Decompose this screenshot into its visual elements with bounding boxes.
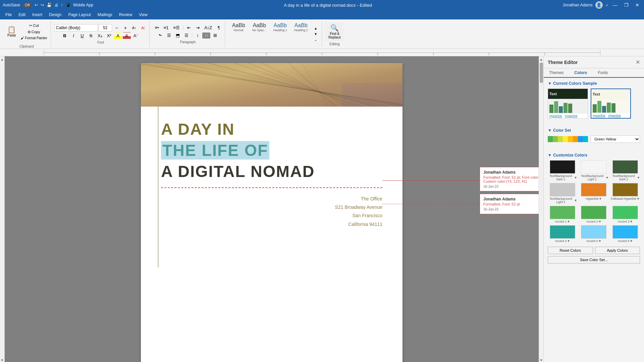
sort-btn[interactable]: A↕Z <box>202 24 214 31</box>
dropdown-10[interactable]: ▼ <box>567 239 570 243</box>
style-no-spacing[interactable]: AaBb No Spac... <box>249 21 269 34</box>
italic-button[interactable]: I <box>69 32 77 39</box>
color-cell-hyperlink[interactable]: Hyperlink ▼ <box>579 183 609 204</box>
styles-scroll-down[interactable]: ▼ <box>312 31 320 37</box>
font-size-input[interactable] <box>99 24 112 32</box>
left-scrollbar[interactable]: ▲ ▼ <box>0 56 5 362</box>
color-cell-accent5[interactable]: Accent 5 ▼ <box>579 225 609 243</box>
scroll-up-right[interactable]: ▲ <box>540 58 543 61</box>
style-normal[interactable]: AaBb Normal <box>228 21 249 34</box>
find-replace-button[interactable]: 🔍 Find &Replace <box>325 22 344 41</box>
menu-design[interactable]: Design <box>46 11 64 18</box>
theme-editor-close[interactable]: ✕ <box>636 59 640 65</box>
tab-themes[interactable]: Themes <box>544 68 569 77</box>
redo-icon[interactable]: ↪ <box>41 3 44 7</box>
doc-area[interactable]: A DAY IN THE LIFE OF A DIGITAL NOMAD The… <box>5 56 539 362</box>
dropdown-5[interactable]: ▼ <box>599 197 602 200</box>
scroll-up-left[interactable]: ▲ <box>1 58 4 61</box>
mobile-app-label[interactable]: Mobile App <box>73 3 93 7</box>
style-heading2[interactable]: AaBb Heading 2 <box>291 21 311 34</box>
close-btn[interactable]: ✕ <box>633 2 641 8</box>
format-painter-button[interactable]: 🖌 Format Painter <box>19 36 49 41</box>
tab-colors[interactable]: Colors <box>569 68 592 78</box>
shading-btn[interactable]: □ <box>202 33 210 39</box>
dropdown-3[interactable]: ▼ <box>637 176 640 179</box>
multilevel-btn[interactable]: ≡☰ <box>171 24 182 31</box>
autosave-toggle[interactable]: Off <box>23 3 32 7</box>
scroll-down-right[interactable]: ▼ <box>540 358 543 362</box>
color-cell-accent3[interactable]: Accent 3 ▼ <box>610 206 640 223</box>
char-format-btn[interactable]: A⁻ <box>131 32 141 39</box>
justify-btn[interactable]: ☰ <box>182 32 191 39</box>
dropdown-7[interactable]: ▼ <box>567 220 570 223</box>
style-heading1[interactable]: AaBb Heading 1 <box>270 21 290 34</box>
menu-review[interactable]: Review <box>116 11 135 18</box>
dropdown-4[interactable]: ▼ <box>574 199 577 202</box>
restore-btn[interactable]: ❐ <box>622 2 631 8</box>
bold-button[interactable]: B <box>61 32 69 39</box>
color-sample-light[interactable]: Text Hyperlink · Hyperlink <box>591 88 631 119</box>
font-family-input[interactable] <box>54 24 98 32</box>
numbering-btn[interactable]: ≡1 <box>162 24 171 31</box>
dropdown-6[interactable]: ▼ <box>637 197 640 200</box>
align-right-btn[interactable]: ⬒ <box>174 32 182 39</box>
dropdown-8[interactable]: ▼ <box>598 220 601 223</box>
color-cell-accent2[interactable]: Accent 2 ▼ <box>579 206 609 223</box>
share-icon[interactable]: ↑ <box>61 3 63 7</box>
styles-expand[interactable]: ⌄ <box>312 37 320 43</box>
color-cell-followed-hyperlink[interactable]: Followed Hyperlink ▼ <box>610 183 640 204</box>
color-cell-text-bg-dark2[interactable]: Text/Background Dark 2 ▼ <box>610 160 640 181</box>
save-color-set-button[interactable]: Save Color Set... <box>548 256 640 263</box>
dropdown-1[interactable]: ▼ <box>574 176 577 179</box>
subscript-button[interactable]: X₂ <box>96 32 104 39</box>
increase-indent-btn[interactable]: ⇥ <box>194 24 202 31</box>
decrease-indent-btn[interactable]: ⇤ <box>185 24 193 31</box>
color-cell-accent6[interactable]: Accent 6 ▼ <box>610 225 640 243</box>
color-cell-text-bg-light1[interactable]: Text/Background Light 1 ▼ <box>579 160 609 181</box>
color-set-dropdown[interactable]: Green Yellow <box>591 135 640 143</box>
styles-scroll-up[interactable]: ▲ <box>312 25 320 31</box>
menu-view[interactable]: View <box>136 11 150 18</box>
tab-fonts[interactable]: Fonts <box>592 68 613 77</box>
superscript-button[interactable]: X² <box>105 32 113 39</box>
copy-button[interactable]: ⧉ Copy <box>19 29 49 35</box>
minimize-btn[interactable]: — <box>611 2 620 8</box>
color-cell-accent1[interactable]: Accent 1 ▼ <box>548 206 577 223</box>
undo-icon[interactable]: ↩ <box>35 3 38 7</box>
comment-1[interactable]: Jonathan Adams Formatted: Font: 52 pt; F… <box>480 167 539 191</box>
line-spacing-btn[interactable]: ↕ <box>194 32 202 39</box>
menu-insert[interactable]: Insert <box>30 11 45 18</box>
bullets-btn[interactable]: ≡• <box>153 24 161 31</box>
color-cell-text-bg-light2[interactable]: Text/Background Light 2 ▼ <box>548 183 577 204</box>
font-size-increase-btn[interactable]: A↑ <box>130 25 139 31</box>
expand-icon[interactable]: ⤢ <box>605 3 608 7</box>
dropdown-2[interactable]: ▼ <box>605 176 608 179</box>
pilcrow-btn[interactable]: ¶ <box>215 24 223 31</box>
cut-button[interactable]: ✂ Cut <box>19 23 49 28</box>
align-left-btn[interactable]: ⬑ <box>156 32 164 39</box>
dropdown-12[interactable]: ▼ <box>630 239 633 243</box>
highlight-btn[interactable]: A <box>114 32 122 39</box>
save-icon[interactable]: 💾 <box>47 3 52 7</box>
decrease-font-btn[interactable]: − <box>113 24 121 32</box>
color-cell-accent4[interactable]: Accent 4 ▼ <box>548 225 577 243</box>
right-scrollbar[interactable]: ▲ ▼ <box>539 56 543 362</box>
scroll-down-left[interactable]: ▼ <box>1 358 4 362</box>
color-cell-text-bg-dark1[interactable]: Text/Background Dark 1 ▼ <box>548 160 577 181</box>
increase-font-btn[interactable]: + <box>121 24 129 32</box>
dropdown-11[interactable]: ▼ <box>598 239 601 243</box>
dropdown-9[interactable]: ▼ <box>630 220 633 223</box>
strikethrough-button[interactable]: S <box>87 32 95 39</box>
menu-page-layout[interactable]: Page Layout <box>65 11 93 18</box>
color-sample-dark[interactable]: Text Hyperlink · Hyperlink <box>548 88 588 119</box>
menu-mailings[interactable]: Mailings <box>95 11 115 18</box>
print-icon[interactable]: 🖨 <box>54 3 58 7</box>
align-center-btn[interactable]: ☰ <box>165 32 173 39</box>
underline-button[interactable]: U <box>78 32 86 39</box>
paste-button[interactable]: 📋 Paste <box>5 20 19 43</box>
apply-colors-button[interactable]: Apply Colors <box>595 247 640 254</box>
borders-btn[interactable]: ⊞ <box>211 32 219 39</box>
comment-2[interactable]: Jonathan Adams Formatted: Font: 52 pt 16… <box>480 194 539 214</box>
menu-edit[interactable]: Edit <box>16 11 28 18</box>
font-color-btn[interactable]: A <box>123 32 131 39</box>
